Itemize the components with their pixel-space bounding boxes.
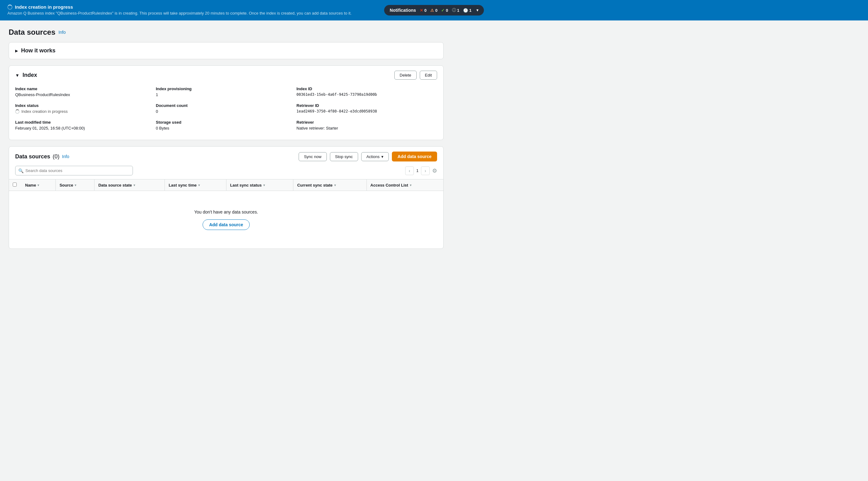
page-title: Data sources — [9, 28, 56, 36]
notif-pending: 🕐 1 — [463, 8, 471, 13]
index-title: Index — [23, 72, 37, 79]
col-source: Source ▾ — [56, 179, 94, 191]
index-provisioning-label: Index provisioning — [156, 87, 297, 91]
col-ds-state: Data source state ▾ — [94, 179, 165, 191]
how-it-works-toggle[interactable]: ▶ How it works — [9, 42, 443, 59]
col-current-sync-state: Current sync state ▾ — [293, 179, 367, 191]
retriever-id-label: Retriever ID — [297, 103, 437, 108]
index-name-value: QBusiness-ProductRulesIndex — [15, 92, 156, 97]
spinner-icon — [7, 5, 12, 10]
search-wrap: 🔍 — [15, 166, 133, 175]
index-field-retriever: Retriever Native retriever: Starter — [297, 117, 437, 133]
index-status-value: Index creation in progress — [15, 109, 156, 114]
index-id-value: 00361ed3-15eb-4a6f-9425-73790a19d00b — [297, 92, 437, 97]
index-field-storage: Storage used 0 Bytes — [156, 117, 297, 133]
last-modified-label: Last modified time — [15, 120, 156, 125]
empty-state: You don't have any data sources. Add dat… — [9, 191, 443, 248]
sync-now-button[interactable]: Sync now — [299, 152, 327, 161]
page-info-link[interactable]: Info — [59, 30, 66, 35]
add-data-source-button[interactable]: Add data source — [392, 152, 437, 161]
last-sync-status-sort-icon[interactable]: ▾ — [263, 183, 265, 187]
notif-info: ⓘ 1 — [452, 7, 459, 13]
index-panel-actions: Delete Edit — [394, 71, 437, 80]
edit-button[interactable]: Edit — [420, 71, 437, 80]
expand-icon: ▶ — [15, 49, 18, 53]
how-it-works-title: How it works — [21, 48, 56, 54]
page-title-row: Data sources Info — [9, 28, 443, 36]
prev-page-button[interactable]: ‹ — [405, 167, 414, 175]
acl-sort-icon[interactable]: ▾ — [410, 183, 411, 187]
col-name: Name ▾ — [21, 179, 56, 191]
source-sort-icon[interactable]: ▾ — [75, 183, 76, 187]
search-icon: 🔍 — [18, 168, 24, 173]
retriever-id-value: 1ead2469-3750-4f80-8422-e3dcd0058938 — [297, 109, 437, 114]
ds-info-link[interactable]: Info — [62, 154, 69, 159]
ds-count: (0) — [53, 153, 60, 160]
index-status-label: Index status — [15, 103, 156, 108]
storage-value: 0 Bytes — [156, 126, 297, 130]
pagination-controls: ‹ 1 › ⚙ — [405, 167, 437, 175]
stop-sync-button[interactable]: Stop sync — [330, 152, 358, 161]
actions-button[interactable]: Actions ▾ — [361, 152, 389, 161]
index-fields-grid: Index name QBusiness-ProductRulesIndex I… — [9, 83, 443, 140]
index-name-label: Index name — [15, 87, 156, 91]
index-field-id: Index ID 00361ed3-15eb-4a6f-9425-73790a1… — [297, 83, 437, 100]
index-panel-header: ▼ Index Delete Edit — [9, 66, 443, 83]
status-spinner-icon — [15, 110, 20, 114]
name-sort-icon[interactable]: ▾ — [37, 183, 39, 187]
search-input[interactable] — [15, 166, 133, 175]
actions-chevron-icon: ▾ — [381, 154, 383, 159]
notifications-label: Notifications — [390, 8, 416, 13]
empty-state-row: You don't have any data sources. Add dat… — [9, 191, 443, 249]
delete-button[interactable]: Delete — [394, 71, 417, 80]
notif-circle-x: ✕ 0 — [420, 8, 427, 13]
storage-label: Storage used — [156, 120, 297, 125]
index-field-name: Index name QBusiness-ProductRulesIndex — [15, 83, 156, 100]
last-sync-time-sort-icon[interactable]: ▾ — [198, 183, 200, 187]
notif-warning: ⚠ 0 — [430, 8, 437, 13]
ds-panel-header: Data sources (0) Info Sync now Stop sync… — [9, 147, 443, 166]
ds-title: Data sources — [15, 153, 50, 160]
retriever-value: Native retriever: Starter — [297, 126, 437, 130]
table-settings-button[interactable]: ⚙ — [432, 168, 437, 174]
index-field-status: Index status Index creation in progress — [15, 100, 156, 117]
search-row: 🔍 ‹ 1 › ⚙ — [9, 166, 443, 179]
table-header: Name ▾ Source ▾ Data source state — [9, 179, 443, 191]
chevron-down-icon: ▾ — [476, 8, 478, 12]
notif-circle-ok: ✓ 0 — [441, 8, 448, 13]
index-field-retriever-id: Retriever ID 1ead2469-3750-4f80-8422-e3d… — [297, 100, 437, 117]
index-id-label: Index ID — [297, 87, 437, 91]
retriever-label: Retriever — [297, 120, 437, 125]
select-all-checkbox[interactable] — [13, 183, 17, 187]
index-field-doc-count: Document count 0 — [156, 100, 297, 117]
data-sources-panel: Data sources (0) Info Sync now Stop sync… — [9, 146, 443, 249]
empty-add-data-source-button[interactable]: Add data source — [203, 219, 250, 230]
page-number: 1 — [416, 168, 418, 173]
index-provisioning-value: 1 — [156, 92, 297, 97]
how-it-works-panel: ▶ How it works — [9, 42, 443, 59]
index-panel: ▼ Index Delete Edit Index name QBusiness… — [9, 65, 443, 140]
ds-state-sort-icon[interactable]: ▾ — [133, 183, 135, 187]
table-body: You don't have any data sources. Add dat… — [9, 191, 443, 249]
checkbox-col-header — [9, 179, 21, 191]
data-sources-table: Name ▾ Source ▾ Data source state — [9, 179, 443, 248]
index-collapse-icon: ▼ — [15, 73, 20, 78]
index-field-last-modified: Last modified time February 01, 2025, 16… — [15, 117, 156, 133]
col-acl: Access Control List ▾ — [367, 179, 443, 191]
col-last-sync-status: Last sync status ▾ — [226, 179, 293, 191]
col-last-sync-time: Last sync time ▾ — [165, 179, 226, 191]
doc-count-label: Document count — [156, 103, 297, 108]
empty-state-text: You don't have any data sources. — [15, 210, 437, 214]
index-field-provisioning: Index provisioning 1 — [156, 83, 297, 100]
notifications-pill[interactable]: Notifications ✕ 0 ⚠ 0 ✓ 0 ⓘ 1 🕐 1 ▾ — [384, 5, 484, 16]
ds-actions: Sync now Stop sync Actions ▾ Add data so… — [299, 152, 437, 161]
notification-banner: Index creation in progress Amazon Q Busi… — [0, 0, 868, 21]
next-page-button[interactable]: › — [421, 167, 430, 175]
current-sync-state-sort-icon[interactable]: ▾ — [334, 183, 336, 187]
doc-count-value: 0 — [156, 109, 297, 114]
last-modified-value: February 01, 2025, 16:58 (UTC+08:00) — [15, 126, 156, 130]
banner-body: Amazon Q Business index "QBusiness-Produ… — [7, 11, 410, 16]
